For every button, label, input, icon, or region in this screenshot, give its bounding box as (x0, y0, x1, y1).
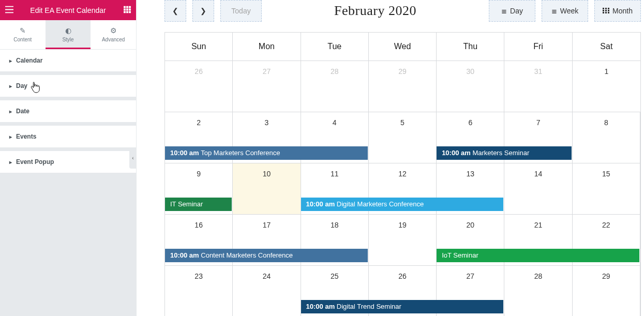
event-time: 10:00 am (170, 149, 201, 157)
next-button[interactable]: ❯ (192, 0, 214, 22)
day-number: 25 (301, 266, 368, 280)
list-icon: ≣ (551, 7, 557, 15)
accordion-day[interactable]: ▸Day (0, 75, 136, 97)
svg-rect-16 (605, 12, 607, 13)
day-number: 27 (233, 61, 300, 76)
svg-rect-3 (124, 8, 126, 10)
dayname-cell: Sat (573, 33, 640, 61)
apps-icon[interactable] (124, 6, 131, 14)
event-time: 10:00 am (306, 303, 337, 310)
accordion-event-popup[interactable]: ▸Event Popup (0, 151, 136, 173)
svg-rect-15 (603, 12, 604, 13)
day-number: 13 (437, 163, 504, 178)
day-number: 29 (573, 266, 640, 280)
today-label: Today (231, 7, 250, 15)
collapse-sidebar-button[interactable]: ‹ (129, 148, 137, 169)
today-button[interactable]: Today (220, 0, 262, 22)
chevron-right-icon: ❯ (200, 7, 206, 15)
day-view-button[interactable]: ≣Day (489, 0, 535, 22)
day-number: 6 (437, 112, 504, 127)
day-cell[interactable]: 23 (165, 266, 233, 316)
caret-right-icon: ▸ (9, 83, 12, 89)
dayname-row: SunMonTueWedThuFriSat (165, 33, 640, 61)
day-cell[interactable]: 14 (504, 163, 572, 214)
day-number: 23 (165, 266, 232, 280)
event-iot-seminar[interactable]: IoT Seminar (437, 249, 639, 262)
editor-tabs: ✎ Content ◐ Style ⚙ Advanced (0, 20, 136, 50)
svg-rect-14 (608, 10, 609, 11)
accordion-calendar[interactable]: ▸Calendar (0, 50, 136, 72)
day-number: 3 (233, 112, 300, 127)
day-cell[interactable]: 24 (233, 266, 301, 316)
day-cell[interactable]: 10 (233, 163, 301, 214)
day-number: 5 (369, 112, 436, 127)
day-number: 12 (369, 163, 436, 178)
view-label: Month (612, 7, 633, 15)
day-cell[interactable]: 31 (504, 61, 572, 112)
day-cell[interactable]: 19 (369, 215, 437, 265)
list-icon: ≣ (501, 7, 507, 15)
day-number: 21 (504, 215, 572, 229)
day-number: 9 (165, 163, 232, 178)
editor-sidebar: Edit EA Event Calendar ✎ Content ◐ Style… (0, 0, 137, 316)
sidebar-title: Edit EA Event Calendar (30, 6, 106, 14)
svg-rect-2 (129, 6, 131, 8)
svg-rect-0 (124, 6, 126, 8)
pencil-icon: ✎ (0, 26, 46, 35)
tab-label: Style (62, 37, 73, 42)
svg-rect-12 (603, 10, 604, 11)
day-number: 18 (301, 215, 368, 229)
day-cell[interactable]: 28 (504, 266, 572, 316)
tab-style[interactable]: ◐ Style (46, 20, 91, 49)
day-cell[interactable]: 30 (437, 61, 504, 112)
month-calendar: SunMonTueWedThuFriSat 262728293031123456… (164, 32, 641, 316)
event-time: 10:00 am (306, 200, 337, 208)
svg-rect-13 (605, 10, 607, 11)
week-row: 234567810:00 am Top Marketers Conference… (165, 112, 640, 163)
week-view-button[interactable]: ≣Week (542, 0, 588, 22)
day-number: 29 (369, 61, 436, 76)
day-number: 10 (233, 163, 300, 178)
day-cell[interactable]: 8 (573, 112, 640, 163)
tab-advanced[interactable]: ⚙ Advanced (91, 20, 136, 49)
tab-content[interactable]: ✎ Content (0, 20, 46, 49)
day-cell[interactable]: 5 (369, 112, 437, 163)
caret-right-icon: ▸ (9, 109, 12, 114)
event-digital-trend[interactable]: 10:00 am Digital Trend Seminar (301, 300, 504, 313)
week-row: 2627282930311 (165, 61, 640, 112)
weeks-grid: 2627282930311234567810:00 am Top Markete… (165, 61, 640, 316)
day-cell[interactable]: 28 (301, 61, 369, 112)
event-it-seminar[interactable]: IT Seminar (165, 198, 232, 211)
prev-button[interactable]: ❮ (164, 0, 186, 22)
accordion-label: Day (16, 82, 27, 89)
menu-icon[interactable] (5, 6, 13, 14)
day-number: 28 (301, 61, 368, 76)
event-digital-marketers[interactable]: 10:00 am Digital Marketers Conference (301, 198, 504, 211)
accordion-events[interactable]: ▸Events (0, 126, 136, 148)
day-number: 30 (437, 61, 504, 76)
event-title: IoT Seminar (442, 251, 478, 259)
day-cell[interactable]: 29 (573, 266, 640, 316)
contrast-icon: ◐ (46, 26, 91, 35)
event-marketers-seminar[interactable]: 10:00 am Marketers Seminar (437, 146, 572, 160)
day-cell[interactable]: 15 (573, 163, 640, 214)
day-number: 26 (165, 61, 232, 76)
dayname-cell: Mon (233, 33, 301, 61)
caret-right-icon: ▸ (9, 58, 12, 64)
accordion-label: Events (16, 133, 36, 140)
day-cell[interactable]: 27 (233, 61, 301, 112)
accordion-label: Calendar (16, 57, 42, 64)
day-number: 31 (504, 61, 572, 76)
day-cell[interactable]: 1 (573, 61, 640, 112)
day-cell[interactable]: 26 (165, 61, 233, 112)
event-content-marketers[interactable]: 10:00 am Content Marketers Conference (165, 249, 368, 262)
accordion-date[interactable]: ▸Date (0, 100, 136, 123)
svg-rect-6 (124, 11, 126, 13)
event-top-marketers[interactable]: 10:00 am Top Marketers Conference (165, 146, 368, 160)
svg-rect-10 (605, 8, 607, 9)
event-title: Content Marketers Conference (201, 251, 293, 259)
gear-icon: ⚙ (91, 26, 136, 35)
svg-rect-7 (126, 11, 128, 13)
day-cell[interactable]: 29 (369, 61, 437, 112)
month-view-button[interactable]: Month (594, 0, 641, 22)
